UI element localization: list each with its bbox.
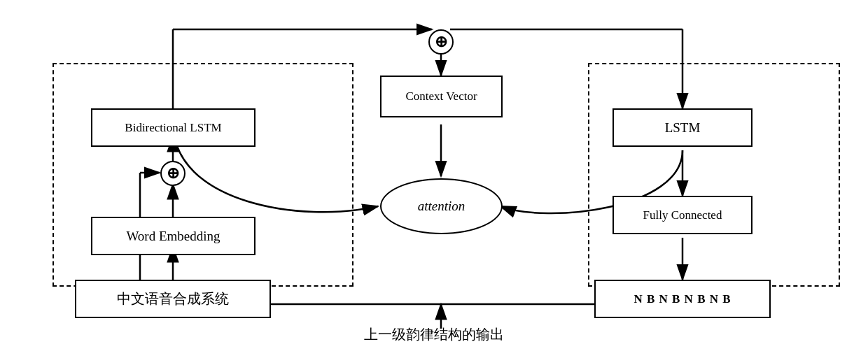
fully-connected-label: Fully Connected — [643, 208, 722, 222]
bidirectional-lstm-label: Bidirectional LSTM — [125, 121, 221, 135]
attention-label: attention — [418, 199, 465, 214]
top-plus-icon: ⊕ — [435, 33, 447, 51]
output-label: 上一级韵律结构的输出 — [364, 325, 504, 344]
chinese-input-label: 中文语音合成系统 — [117, 289, 229, 308]
chinese-input-box: 中文语音合成系统 — [75, 280, 271, 318]
decoder-box — [588, 63, 840, 287]
bidirectional-lstm-box: Bidirectional LSTM — [91, 108, 255, 147]
word-embedding-box: Word Embedding — [91, 217, 255, 255]
context-vector-box: Context Vector — [380, 76, 503, 117]
diagram: 中文语音合成系统 Word Embedding ⊕ Bidirectional … — [0, 0, 868, 351]
fully-connected-box: Fully Connected — [612, 196, 752, 234]
context-vector-label: Context Vector — [405, 89, 477, 103]
plus-icon: ⊕ — [167, 164, 179, 182]
lstm-label: LSTM — [665, 120, 701, 136]
top-circle-plus: ⊕ — [428, 29, 454, 55]
word-embedding-label: Word Embedding — [126, 229, 220, 244]
nb-sequence-label: N B N B N B N B — [634, 292, 731, 306]
encoder-circle-plus: ⊕ — [160, 161, 186, 186]
lstm-box: LSTM — [612, 108, 752, 147]
nb-sequence-box: N B N B N B N B — [594, 280, 771, 318]
attention-ellipse: attention — [380, 178, 503, 234]
